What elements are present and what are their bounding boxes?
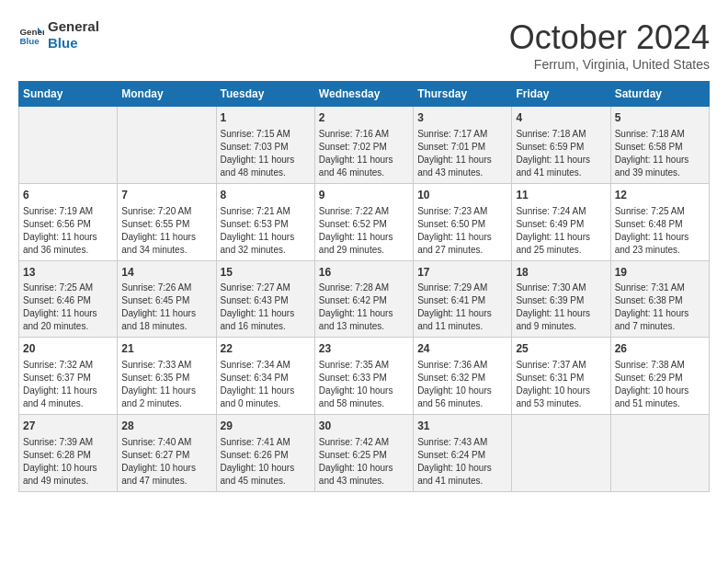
day-info: Sunrise: 7:16 AM Sunset: 7:02 PM Dayligh… [319,128,409,179]
day-number: 26 [615,341,705,357]
calendar-cell: 3Sunrise: 7:17 AM Sunset: 7:01 PM Daylig… [414,107,512,184]
day-number: 18 [516,265,606,281]
calendar-cell: 4Sunrise: 7:18 AM Sunset: 6:59 PM Daylig… [512,107,610,184]
calendar-cell [610,415,709,492]
day-number: 17 [417,265,507,281]
calendar-cell: 9Sunrise: 7:22 AM Sunset: 6:52 PM Daylig… [314,183,413,260]
header-saturday: Saturday [610,82,709,107]
calendar-week-row: 27Sunrise: 7:39 AM Sunset: 6:28 PM Dayli… [19,415,710,492]
day-info: Sunrise: 7:42 AM Sunset: 6:25 PM Dayligh… [319,436,409,488]
day-info: Sunrise: 7:29 AM Sunset: 6:41 PM Dayligh… [417,282,507,333]
day-info: Sunrise: 7:33 AM Sunset: 6:35 PM Dayligh… [121,359,211,410]
calendar-cell: 17Sunrise: 7:29 AM Sunset: 6:41 PM Dayli… [414,260,512,338]
calendar-cell: 5Sunrise: 7:18 AM Sunset: 6:58 PM Daylig… [610,107,709,184]
calendar-cell: 30Sunrise: 7:42 AM Sunset: 6:25 PM Dayli… [314,415,413,492]
calendar-cell: 24Sunrise: 7:36 AM Sunset: 6:32 PM Dayli… [414,338,512,415]
calendar-cell: 15Sunrise: 7:27 AM Sunset: 6:43 PM Dayli… [216,260,314,338]
day-info: Sunrise: 7:22 AM Sunset: 6:52 PM Dayligh… [319,205,409,257]
day-number: 30 [319,419,409,434]
day-number: 5 [615,110,705,126]
month-title: October 2024 [509,18,710,57]
day-number: 25 [516,341,606,357]
day-info: Sunrise: 7:37 AM Sunset: 6:31 PM Dayligh… [516,359,606,410]
day-number: 8 [221,188,311,203]
day-info: Sunrise: 7:23 AM Sunset: 6:50 PM Dayligh… [417,205,507,257]
header-thursday: Thursday [414,82,512,107]
header-friday: Friday [512,82,610,107]
day-number: 24 [417,341,507,357]
day-number: 7 [121,188,211,203]
day-info: Sunrise: 7:38 AM Sunset: 6:29 PM Dayligh… [615,359,705,410]
day-number: 1 [221,110,311,126]
calendar-cell [512,415,610,492]
day-info: Sunrise: 7:41 AM Sunset: 6:26 PM Dayligh… [221,436,311,488]
logo-icon: General Blue [18,22,44,48]
logo-text-general: General [48,18,99,35]
day-info: Sunrise: 7:34 AM Sunset: 6:34 PM Dayligh… [221,359,311,410]
calendar-week-row: 13Sunrise: 7:25 AM Sunset: 6:46 PM Dayli… [19,260,710,338]
day-info: Sunrise: 7:24 AM Sunset: 6:49 PM Dayligh… [516,205,606,257]
calendar-cell: 1Sunrise: 7:15 AM Sunset: 7:03 PM Daylig… [216,107,314,184]
calendar-cell: 16Sunrise: 7:28 AM Sunset: 6:42 PM Dayli… [314,260,413,338]
day-number: 2 [319,110,409,126]
day-number: 20 [23,341,113,357]
day-number: 6 [23,188,113,203]
day-info: Sunrise: 7:15 AM Sunset: 7:03 PM Dayligh… [221,128,311,179]
svg-text:Blue: Blue [19,36,40,46]
page-header: General Blue General Blue October 2024 F… [18,18,710,72]
calendar-cell: 2Sunrise: 7:16 AM Sunset: 7:02 PM Daylig… [314,107,413,184]
location-subtitle: Ferrum, Virginia, United States [509,57,710,72]
calendar-cell [118,107,216,184]
day-info: Sunrise: 7:18 AM Sunset: 6:58 PM Dayligh… [615,128,705,179]
day-number: 19 [615,265,705,281]
calendar-cell: 11Sunrise: 7:24 AM Sunset: 6:49 PM Dayli… [512,183,610,260]
day-info: Sunrise: 7:32 AM Sunset: 6:37 PM Dayligh… [23,359,113,410]
header-tuesday: Tuesday [216,82,314,107]
day-info: Sunrise: 7:40 AM Sunset: 6:27 PM Dayligh… [121,436,211,488]
calendar-cell: 27Sunrise: 7:39 AM Sunset: 6:28 PM Dayli… [19,415,118,492]
calendar-cell: 6Sunrise: 7:19 AM Sunset: 6:56 PM Daylig… [19,183,118,260]
calendar-cell: 13Sunrise: 7:25 AM Sunset: 6:46 PM Dayli… [19,260,118,338]
calendar-cell [19,107,118,184]
calendar-cell: 14Sunrise: 7:26 AM Sunset: 6:45 PM Dayli… [118,260,216,338]
day-info: Sunrise: 7:30 AM Sunset: 6:39 PM Dayligh… [516,282,606,333]
day-number: 16 [319,265,409,281]
day-number: 21 [121,341,211,357]
calendar-cell: 20Sunrise: 7:32 AM Sunset: 6:37 PM Dayli… [19,338,118,415]
calendar-table: SundayMondayTuesdayWednesdayThursdayFrid… [18,81,710,492]
day-number: 12 [615,188,705,203]
calendar-cell: 22Sunrise: 7:34 AM Sunset: 6:34 PM Dayli… [216,338,314,415]
logo-text-blue: Blue [48,35,99,52]
day-number: 27 [23,419,113,434]
day-info: Sunrise: 7:25 AM Sunset: 6:48 PM Dayligh… [615,205,705,257]
day-number: 4 [516,110,606,126]
day-info: Sunrise: 7:36 AM Sunset: 6:32 PM Dayligh… [417,359,507,410]
day-number: 23 [319,341,409,357]
day-number: 22 [221,341,311,357]
day-info: Sunrise: 7:28 AM Sunset: 6:42 PM Dayligh… [319,282,409,333]
day-info: Sunrise: 7:35 AM Sunset: 6:33 PM Dayligh… [319,359,409,410]
calendar-header-row: SundayMondayTuesdayWednesdayThursdayFrid… [19,82,710,107]
day-number: 31 [417,419,507,434]
day-number: 28 [121,419,211,434]
calendar-cell: 7Sunrise: 7:20 AM Sunset: 6:55 PM Daylig… [118,183,216,260]
calendar-cell: 23Sunrise: 7:35 AM Sunset: 6:33 PM Dayli… [314,338,413,415]
day-number: 9 [319,188,409,203]
day-info: Sunrise: 7:20 AM Sunset: 6:55 PM Dayligh… [121,205,211,257]
day-number: 10 [417,188,507,203]
day-info: Sunrise: 7:43 AM Sunset: 6:24 PM Dayligh… [417,436,507,488]
day-info: Sunrise: 7:19 AM Sunset: 6:56 PM Dayligh… [23,205,113,257]
calendar-week-row: 1Sunrise: 7:15 AM Sunset: 7:03 PM Daylig… [19,107,710,184]
header-sunday: Sunday [19,82,118,107]
calendar-cell: 12Sunrise: 7:25 AM Sunset: 6:48 PM Dayli… [610,183,709,260]
day-number: 15 [221,265,311,281]
title-section: October 2024 Ferrum, Virginia, United St… [509,18,710,72]
day-number: 11 [516,188,606,203]
calendar-cell: 31Sunrise: 7:43 AM Sunset: 6:24 PM Dayli… [414,415,512,492]
day-info: Sunrise: 7:18 AM Sunset: 6:59 PM Dayligh… [516,128,606,179]
day-info: Sunrise: 7:21 AM Sunset: 6:53 PM Dayligh… [221,205,311,257]
calendar-cell: 21Sunrise: 7:33 AM Sunset: 6:35 PM Dayli… [118,338,216,415]
calendar-cell: 25Sunrise: 7:37 AM Sunset: 6:31 PM Dayli… [512,338,610,415]
calendar-cell: 8Sunrise: 7:21 AM Sunset: 6:53 PM Daylig… [216,183,314,260]
day-info: Sunrise: 7:27 AM Sunset: 6:43 PM Dayligh… [221,282,311,333]
